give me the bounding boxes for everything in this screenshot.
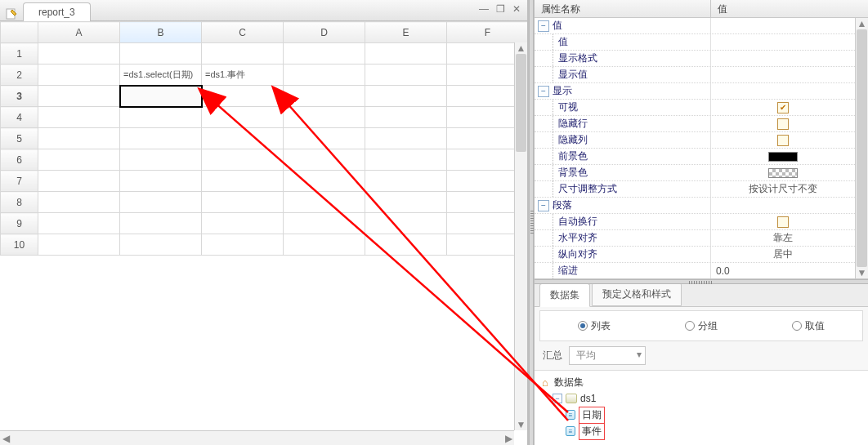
scroll-down-icon[interactable]: ▼ xyxy=(515,419,527,430)
document-tab[interactable]: report_3 xyxy=(23,2,91,21)
prop-value-cell[interactable] xyxy=(711,168,855,178)
cell-C7[interactable] xyxy=(202,171,284,192)
scroll-right-icon[interactable]: ▶ xyxy=(503,431,514,445)
cell-C2[interactable]: =ds1.事件 xyxy=(202,65,284,86)
prop-value-cell[interactable]: 0.0 xyxy=(711,265,855,277)
cell-B9[interactable] xyxy=(120,213,202,234)
scroll-up-icon[interactable]: ▲ xyxy=(856,18,868,29)
cell-C10[interactable] xyxy=(202,234,284,256)
prop-value-cell[interactable]: 按设计尺寸不变 xyxy=(711,182,855,196)
col-header-F[interactable]: F xyxy=(447,22,528,43)
cell-D3[interactable] xyxy=(284,86,365,107)
cell-C1[interactable] xyxy=(202,43,284,65)
color-swatch-transparent[interactable] xyxy=(768,168,798,178)
prop-item-row[interactable]: 水平对齐靠左 xyxy=(535,230,855,247)
prop-value-cell[interactable]: ✔ xyxy=(711,102,855,113)
prop-item-row[interactable]: 纵向对齐居中 xyxy=(535,247,855,263)
row-header-6[interactable]: 6 xyxy=(1,149,38,171)
select-all-corner[interactable] xyxy=(1,22,38,43)
cell-E10[interactable] xyxy=(365,234,447,256)
cell-E4[interactable] xyxy=(365,107,447,128)
tree-root[interactable]: ⌂ 数据集 xyxy=(539,374,863,390)
cell-D10[interactable] xyxy=(284,234,365,256)
cell-C6[interactable] xyxy=(202,149,284,171)
col-header-B[interactable]: B xyxy=(120,22,202,43)
tab-dataset[interactable]: 数据集 xyxy=(539,283,590,307)
prop-item-row[interactable]: 背景色 xyxy=(535,165,855,181)
cell-A4[interactable] xyxy=(38,107,120,128)
cell-C8[interactable] xyxy=(202,192,284,213)
row-header-10[interactable]: 10 xyxy=(1,234,38,256)
cell-C4[interactable] xyxy=(202,107,284,128)
cell-B8[interactable] xyxy=(120,192,202,213)
horizontal-splitter[interactable] xyxy=(535,279,868,284)
tree-ds1[interactable]: − ds1 xyxy=(539,390,863,407)
cell-D6[interactable] xyxy=(284,149,365,171)
collapse-icon[interactable]: − xyxy=(538,86,549,97)
row-header-3[interactable]: 3 xyxy=(1,86,38,107)
cell-B1[interactable] xyxy=(120,43,202,65)
prop-item-row[interactable]: 显示值 xyxy=(535,67,855,83)
checkbox-icon[interactable] xyxy=(777,135,789,146)
row-header-9[interactable]: 9 xyxy=(1,213,38,234)
restore-button[interactable]: ❐ xyxy=(494,3,506,15)
prop-value-cell[interactable]: 靠左 xyxy=(711,231,855,245)
cell-D9[interactable] xyxy=(284,213,365,234)
cell-B6[interactable] xyxy=(120,149,202,171)
cell-E3[interactable] xyxy=(365,86,447,107)
prop-item-row[interactable]: 可视✔ xyxy=(535,100,855,116)
cell-D4[interactable] xyxy=(284,107,365,128)
prop-item-row[interactable]: 缩进0.0 xyxy=(535,263,855,279)
cell-C9[interactable] xyxy=(202,213,284,234)
cell-D5[interactable] xyxy=(284,128,365,149)
collapse-icon[interactable]: − xyxy=(538,200,549,211)
row-header-7[interactable]: 7 xyxy=(1,171,38,192)
row-header-5[interactable]: 5 xyxy=(1,128,38,149)
vertical-splitter[interactable] xyxy=(529,0,534,445)
tree-col-event[interactable]: ≡ 事件 xyxy=(539,423,863,439)
prop-value-cell[interactable]: 居中 xyxy=(711,247,855,261)
cell-C5[interactable] xyxy=(202,128,284,149)
aggregate-combo[interactable]: 平均 xyxy=(569,346,646,365)
prop-value-cell[interactable] xyxy=(711,152,855,162)
cell-E8[interactable] xyxy=(365,192,447,213)
radio-value[interactable]: 取值 xyxy=(792,319,825,333)
scroll-up-icon[interactable]: ▲ xyxy=(515,42,527,54)
row-header-2[interactable]: 2 xyxy=(1,65,38,86)
cell-A1[interactable] xyxy=(38,43,120,65)
cell-A3[interactable] xyxy=(38,86,120,107)
scroll-thumb[interactable] xyxy=(516,54,526,152)
collapse-icon[interactable]: − xyxy=(553,394,562,403)
collapse-icon[interactable]: − xyxy=(538,20,549,32)
radio-group[interactable]: 分组 xyxy=(685,319,718,333)
sheet-horizontal-scrollbar[interactable]: ◀ ▶ xyxy=(0,430,514,445)
checkbox-icon[interactable] xyxy=(777,118,789,130)
row-header-1[interactable]: 1 xyxy=(1,43,38,65)
cell-A9[interactable] xyxy=(38,213,120,234)
prop-item-row[interactable]: 隐藏行 xyxy=(535,116,855,132)
tree-col-date[interactable]: ≡ 日期 xyxy=(539,407,863,423)
col-header-D[interactable]: D xyxy=(284,22,365,43)
row-header-4[interactable]: 4 xyxy=(1,107,38,128)
cell-B7[interactable] xyxy=(120,171,202,192)
prop-item-row[interactable]: 自动换行 xyxy=(535,214,855,230)
close-button[interactable]: ✕ xyxy=(511,3,522,15)
cell-E1[interactable] xyxy=(365,43,447,65)
prop-group-row[interactable]: −值 xyxy=(535,18,855,34)
prop-item-row[interactable]: 尺寸调整方式按设计尺寸不变 xyxy=(535,181,855,198)
cell-D1[interactable] xyxy=(284,43,365,65)
checkbox-icon[interactable] xyxy=(777,216,789,228)
prop-value-cell[interactable] xyxy=(711,216,855,228)
cell-B4[interactable] xyxy=(120,107,202,128)
property-scrollbar[interactable]: ▲ ▼ xyxy=(855,18,868,278)
prop-value-cell[interactable] xyxy=(711,118,855,130)
scroll-thumb[interactable] xyxy=(857,29,867,267)
sheet-vertical-scrollbar[interactable]: ▲ ▼ xyxy=(514,42,527,430)
prop-item-row[interactable]: 显示格式 xyxy=(535,51,855,67)
scroll-down-icon[interactable]: ▼ xyxy=(856,267,868,278)
cell-B5[interactable] xyxy=(120,128,202,149)
radio-list[interactable]: 列表 xyxy=(578,319,611,333)
minimize-button[interactable]: — xyxy=(478,3,490,15)
cell-E9[interactable] xyxy=(365,213,447,234)
row-header-8[interactable]: 8 xyxy=(1,192,38,213)
